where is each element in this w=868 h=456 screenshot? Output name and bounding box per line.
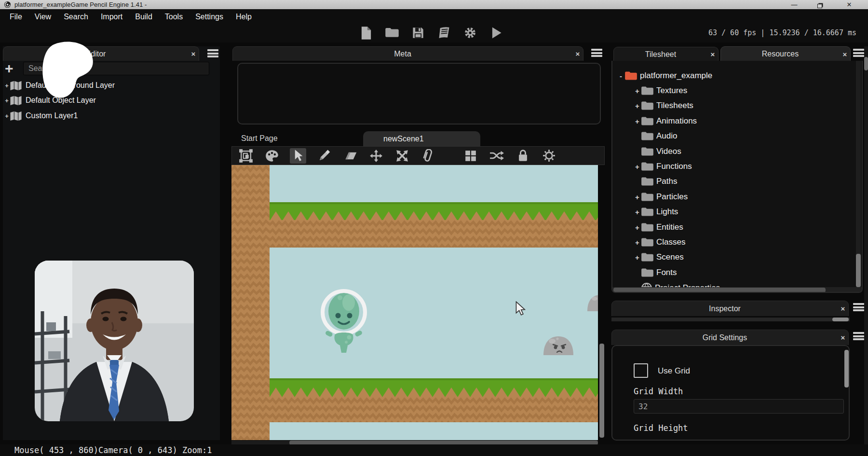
tilesheet-tab[interactable]: Tilesheet × bbox=[613, 47, 719, 61]
expand-icon[interactable]: + bbox=[634, 238, 641, 247]
grass-teeth-top bbox=[270, 211, 598, 221]
tree-row-lights[interactable]: +Lights bbox=[634, 205, 678, 219]
menu-build[interactable]: Build bbox=[129, 13, 159, 21]
alien-player-sprite[interactable] bbox=[320, 287, 368, 358]
menu-import[interactable]: Import bbox=[95, 13, 129, 21]
tree-label: Entities bbox=[656, 222, 683, 232]
menu-settings[interactable]: Settings bbox=[189, 13, 230, 21]
palette-tool-button[interactable] bbox=[264, 148, 280, 164]
tab-new-scene1[interactable]: newScene1 bbox=[363, 131, 480, 146]
resources-close-button[interactable]: × bbox=[840, 50, 850, 58]
inspector-panel-tab[interactable]: Inspector × bbox=[611, 301, 849, 316]
menu-help[interactable]: Help bbox=[230, 13, 258, 21]
attach-tool-button[interactable] bbox=[420, 148, 436, 164]
expand-icon[interactable]: + bbox=[634, 102, 641, 110]
tree-row-scenes[interactable]: +Scenes bbox=[634, 250, 684, 264]
tree-row-videos[interactable]: Videos bbox=[634, 144, 681, 159]
select-cursor-tool-button[interactable] bbox=[290, 148, 306, 164]
canvas-size-tool-button[interactable] bbox=[238, 148, 254, 164]
meta-menu-icon[interactable] bbox=[591, 49, 602, 57]
settings-gear-icon[interactable] bbox=[463, 26, 477, 40]
inspector-close-button[interactable]: × bbox=[838, 304, 848, 313]
window-edge-scrollbar[interactable] bbox=[864, 57, 868, 70]
layer-expand-icon[interactable]: + bbox=[4, 112, 10, 120]
menu-view[interactable]: View bbox=[28, 13, 57, 21]
play-icon[interactable] bbox=[489, 26, 503, 40]
move-tool-button[interactable] bbox=[368, 148, 384, 164]
grid-settings-close-button[interactable]: × bbox=[838, 333, 848, 342]
tree-vertical-scrollbar[interactable] bbox=[856, 254, 861, 287]
canvas-vertical-scrollbar[interactable] bbox=[599, 344, 604, 438]
grid-width-input[interactable] bbox=[634, 399, 844, 414]
resources-menu-icon[interactable] bbox=[853, 49, 864, 57]
pencil-tool-button[interactable] bbox=[316, 148, 332, 164]
tree-row-textures[interactable]: +Textures bbox=[634, 83, 687, 98]
expand-icon[interactable]: + bbox=[634, 223, 641, 232]
dirt-band-top bbox=[270, 220, 598, 248]
use-grid-checkbox[interactable] bbox=[634, 363, 648, 378]
grid-settings-scrollbar[interactable] bbox=[844, 350, 849, 387]
minimize-button[interactable]: — bbox=[788, 0, 800, 9]
tree-label: Fonts bbox=[656, 268, 677, 277]
save-icon[interactable] bbox=[411, 26, 425, 40]
new-file-icon[interactable] bbox=[359, 26, 373, 40]
tree-row-entities[interactable]: +Entities bbox=[634, 220, 683, 235]
tree-row-audio[interactable]: Audio bbox=[634, 129, 677, 143]
resize-tool-button[interactable] bbox=[394, 148, 410, 164]
tree-row-animations[interactable]: +Animations bbox=[634, 114, 697, 128]
collapse-icon[interactable]: - bbox=[617, 72, 624, 80]
expand-icon[interactable]: + bbox=[634, 208, 641, 216]
folder-icon bbox=[624, 71, 637, 81]
expand-icon[interactable]: + bbox=[634, 117, 641, 125]
shuffle-tool-button[interactable] bbox=[488, 148, 505, 164]
menu-tools[interactable]: Tools bbox=[159, 13, 189, 21]
expand-icon[interactable]: + bbox=[634, 253, 641, 262]
expand-icon[interactable]: + bbox=[634, 193, 641, 201]
folder-icon bbox=[641, 222, 654, 233]
close-window-button[interactable]: ✕ bbox=[843, 0, 855, 9]
inspector-menu-icon[interactable] bbox=[853, 303, 864, 311]
tile-grid-tool-button[interactable] bbox=[462, 148, 479, 164]
add-layer-button[interactable]: + bbox=[5, 62, 14, 75]
tree-row-tilesheets[interactable]: +Tilesheets bbox=[634, 98, 693, 113]
scene-canvas[interactable] bbox=[231, 165, 598, 440]
tilesheet-close-button[interactable]: × bbox=[707, 50, 718, 58]
resources-tab[interactable]: Resources × bbox=[720, 46, 851, 61]
blob-enemy-partial-sprite[interactable] bbox=[586, 293, 598, 313]
app-window: platformer_exampleGame Pencil Engine 1.4… bbox=[0, 0, 868, 456]
window-edge-scrollbar-track[interactable] bbox=[864, 46, 868, 456]
tree-row-functions[interactable]: +Functions bbox=[634, 159, 692, 174]
inspector-scrollbar-track[interactable] bbox=[611, 318, 850, 321]
editor-menu-icon[interactable] bbox=[207, 49, 218, 57]
tree-row-fonts[interactable]: Fonts bbox=[634, 265, 677, 280]
menu-search[interactable]: Search bbox=[57, 13, 95, 21]
tree-horizontal-scrollbar[interactable] bbox=[613, 288, 826, 292]
tree-row-paths[interactable]: Paths bbox=[634, 174, 677, 189]
blob-enemy-sprite[interactable] bbox=[542, 335, 574, 357]
map-layer-icon bbox=[10, 111, 22, 121]
tab-start-page[interactable]: Start Page bbox=[241, 134, 278, 143]
grid-settings-menu-icon[interactable] bbox=[853, 332, 864, 340]
docs-book-icon[interactable] bbox=[437, 26, 451, 40]
eraser-tool-button[interactable] bbox=[342, 148, 358, 164]
expand-icon[interactable]: + bbox=[634, 87, 641, 95]
rotate-gear-tool-button[interactable] bbox=[541, 148, 557, 164]
layer-expand-icon[interactable]: + bbox=[4, 82, 10, 89]
white-blob-annotation bbox=[38, 41, 101, 114]
tree-row-classes[interactable]: +Classes bbox=[634, 235, 685, 249]
restore-button[interactable] bbox=[817, 1, 822, 10]
folder-icon bbox=[641, 268, 654, 278]
editor-close-button[interactable]: × bbox=[188, 50, 199, 58]
meta-close-button[interactable]: × bbox=[572, 50, 583, 58]
grid-settings-panel-tab[interactable]: Grid Settings × bbox=[611, 330, 849, 345]
tree-root-row[interactable]: - platformer_example bbox=[617, 69, 712, 83]
layer-expand-icon[interactable]: + bbox=[4, 97, 10, 104]
lock-tool-button[interactable] bbox=[515, 148, 531, 164]
open-folder-icon[interactable] bbox=[385, 26, 399, 40]
menu-file[interactable]: File bbox=[3, 13, 28, 21]
meta-panel-tab[interactable]: Meta × bbox=[232, 46, 583, 61]
tree-vertical-scrollbar-track[interactable] bbox=[856, 61, 861, 287]
inspector-scrollbar[interactable] bbox=[832, 318, 849, 321]
tree-row-particles[interactable]: +Particles bbox=[634, 190, 688, 204]
expand-icon[interactable]: + bbox=[634, 163, 641, 171]
